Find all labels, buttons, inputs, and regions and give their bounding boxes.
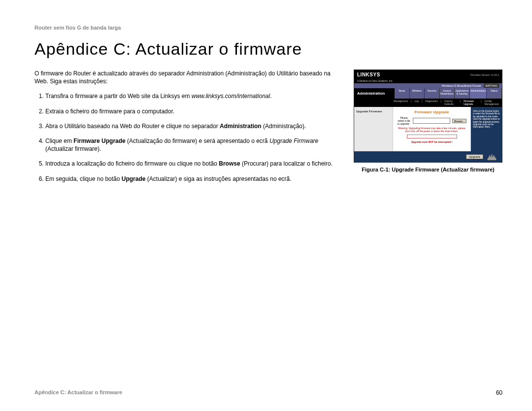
subnav-config-management[interactable]: Config Management <box>484 100 500 105</box>
cisco-logo-icon <box>486 153 497 160</box>
tab-security[interactable]: Security <box>425 88 440 99</box>
sub-navigation: Management | Log | Diagnostics | Factory… <box>354 99 502 107</box>
step-5: Introduza a localização do ficheiro do f… <box>45 160 339 168</box>
intro-paragraph: O firmware do Router é actualizado atrav… <box>34 69 339 85</box>
figure-caption: Figura C-1: Upgrade Firmware (Actualizar… <box>354 167 502 172</box>
subnav-management[interactable]: Management <box>394 100 408 105</box>
step-4: Clique em Firmware Upgrade (Actualização… <box>45 137 339 153</box>
upgrade-button[interactable]: Upgrade <box>466 154 483 159</box>
help-panel: Click on the browse button to select the… <box>471 107 502 151</box>
subnav-factory-defaults[interactable]: Factory Defaults <box>444 100 457 105</box>
side-section-label: Upgrade Firmware <box>354 107 393 151</box>
model-desc: Wireless-G Broadband Router <box>442 84 481 87</box>
steps-list: Transfira o firmware a partir do Web sit… <box>34 92 339 182</box>
progress-bar <box>407 135 457 138</box>
tab-status[interactable]: Status <box>487 88 502 99</box>
active-section-label: Administration <box>354 88 395 99</box>
instructions-column: O firmware do Router é actualizado atrav… <box>34 69 339 190</box>
subnav-log[interactable]: Log <box>415 100 419 105</box>
footer-section-title: Apêndice C: Actualizar o firmware <box>34 389 122 396</box>
step-1: Transfira o firmware a partir do Web sit… <box>45 92 339 100</box>
tab-setup[interactable]: Setup <box>395 88 410 99</box>
subnav-diagnostics[interactable]: Diagnostics <box>425 100 438 105</box>
page-number: 60 <box>496 389 502 396</box>
linksys-logo: LINKSYS <box>357 72 380 77</box>
subnav-firmware-upgrade[interactable]: Firmware Upgrade <box>464 100 478 105</box>
page-title: Apêndice C: Actualizar o firmware <box>34 39 502 59</box>
interrupt-warning: Upgrade must NOT be interrupted ! <box>397 140 466 143</box>
file-select-label: Please select a file to upgrade : <box>397 116 411 125</box>
step-6: Em seguida, clique no botão Upgrade (Act… <box>45 175 339 183</box>
figure-column: LINKSYS Firmware Version: v1.04.2 A Divi… <box>354 69 502 190</box>
firmware-version: Firmware Version: v1.04.2 <box>470 73 499 76</box>
warning-text: Warning: Upgrading firmware may take a f… <box>397 127 466 133</box>
step-2: Extraia o ficheiro do firmware para o co… <box>45 107 339 115</box>
main-tabs: Setup Wireless Security Access Restricti… <box>395 88 502 99</box>
router-ui-screenshot: LINKSYS Firmware Version: v1.04.2 A Divi… <box>354 69 502 163</box>
firmware-file-input[interactable] <box>413 118 450 124</box>
step-3: Abra o Utilitário baseado na Web do Rout… <box>45 122 339 130</box>
tab-wireless[interactable]: Wireless <box>410 88 425 99</box>
product-header: Router sem fios G de banda larga <box>34 25 502 31</box>
panel-title: Firmware Upgrade <box>397 110 466 114</box>
tab-access-restrictions[interactable]: Access Restrictions <box>440 88 455 99</box>
model-number: WRT54G <box>484 84 499 88</box>
logo-subtitle: A Division of Cisco Systems, Inc. <box>354 79 502 83</box>
tab-administration[interactable]: Administration <box>470 88 487 99</box>
tab-applications-gaming[interactable]: Applications & Gaming <box>455 88 470 99</box>
browse-button[interactable]: Browse... <box>452 119 466 123</box>
